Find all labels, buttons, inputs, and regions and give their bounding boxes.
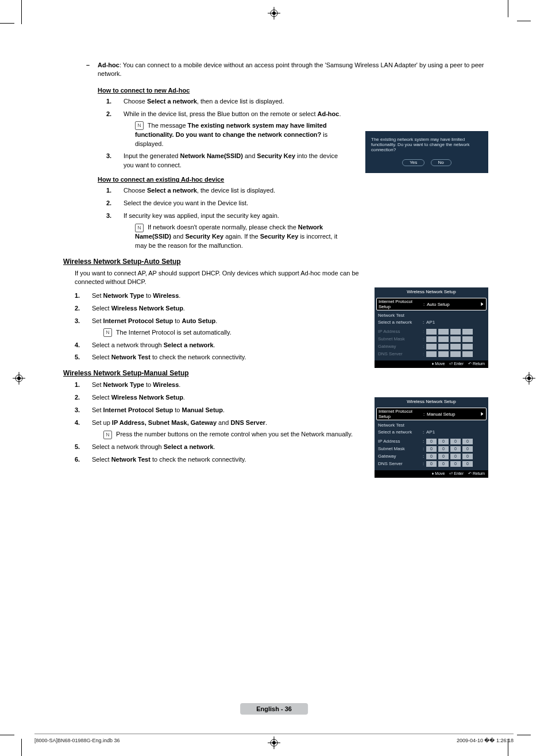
step: 2. While in the device list, press the B… bbox=[106, 110, 348, 149]
step: 1. Choose Select a network, then a devic… bbox=[106, 97, 348, 106]
ip-octet[interactable]: 0 bbox=[438, 461, 449, 467]
row-gateway[interactable]: Gateway:0000 bbox=[378, 452, 485, 460]
confirm-dialog: The existing network system may have lim… bbox=[365, 131, 488, 173]
panel-footer: ♦ Move ⏎ Enter ↶ Return bbox=[375, 470, 488, 478]
row-label: Select a network bbox=[378, 429, 423, 435]
step-text: Set bbox=[92, 292, 103, 299]
step-term: Wireless Network Setup bbox=[111, 394, 183, 401]
row-network-test[interactable]: Network Test bbox=[378, 312, 485, 318]
ip-octet[interactable]: 0 bbox=[438, 439, 449, 444]
step-term: Network Name(SSID) bbox=[180, 152, 242, 159]
intro-paragraph: – Ad-hoc: You can connect to a mobile de… bbox=[63, 61, 488, 79]
row-network-test[interactable]: Network Test bbox=[378, 421, 485, 428]
row-label: Subnet Mask bbox=[378, 336, 423, 341]
ip-octet[interactable]: 0 bbox=[450, 446, 461, 452]
row-value: AP1 bbox=[426, 320, 485, 325]
ip-octet[interactable]: 0 bbox=[426, 439, 437, 444]
ip-octet[interactable]: 0 bbox=[426, 454, 437, 459]
note-term: Security Key bbox=[260, 233, 299, 240]
ip-octet[interactable]: 0 bbox=[462, 461, 473, 467]
panel-title: Wireless Network Setup bbox=[375, 397, 488, 406]
dialog-no-button[interactable]: No bbox=[431, 159, 451, 166]
step-term: Internet Protocol Setup bbox=[103, 406, 173, 413]
step-term: Ad-hoc bbox=[318, 110, 339, 117]
step-text: Select the device you want in the Device… bbox=[124, 199, 248, 206]
section-title-new-adhoc: How to connect to new Ad-hoc bbox=[98, 87, 488, 94]
step-text: to bbox=[173, 317, 182, 324]
step: 1. Set Network Type to Wireless. bbox=[75, 381, 488, 390]
step-term: Select a network bbox=[164, 443, 214, 450]
auto-setup-intro: If you want to connect AP, AP should sup… bbox=[75, 269, 362, 287]
crop-mark bbox=[517, 21, 531, 21]
ip-octet[interactable]: 0 bbox=[450, 439, 461, 444]
page-number-pill: English - 36 bbox=[240, 703, 308, 715]
ip-octet[interactable]: 0 bbox=[462, 446, 473, 452]
footer-file-info: [8000-SA]BN68-01988G-Eng.indb 36 bbox=[34, 738, 120, 743]
row-ip-address[interactable]: IP Address:0000 bbox=[378, 438, 485, 445]
row-label: DNS Server bbox=[378, 351, 423, 356]
step-text: , the device list is displayed. bbox=[197, 187, 275, 194]
ip-octet[interactable]: 0 bbox=[426, 446, 437, 452]
row-value: Auto Setup bbox=[427, 302, 450, 307]
row-select-network[interactable]: Select a network:AP1 bbox=[378, 428, 485, 435]
step-text: to bbox=[144, 292, 153, 299]
ip-octet[interactable]: 0 bbox=[426, 461, 437, 467]
enter-hint: ⏎ Enter bbox=[449, 471, 464, 475]
registration-mark-icon bbox=[268, 736, 280, 749]
row-label: Gateway bbox=[378, 344, 423, 349]
row-label: DNS Server bbox=[378, 461, 423, 466]
note-icon: N bbox=[103, 431, 112, 439]
note-term: Security Key bbox=[185, 233, 223, 240]
ip-octet[interactable]: 0 bbox=[450, 461, 461, 467]
ip-octet[interactable]: 0 bbox=[450, 454, 461, 459]
crop-mark bbox=[508, 0, 508, 17]
step-text: Set bbox=[92, 406, 103, 413]
step-text: Select bbox=[92, 354, 111, 360]
step-term: Network Type bbox=[103, 292, 144, 299]
step-text: Select bbox=[92, 305, 111, 312]
step: 1. Choose Select a network, the device l… bbox=[106, 186, 348, 195]
return-hint: ↶ Return bbox=[468, 362, 485, 366]
row-value: Manual Setup bbox=[427, 412, 455, 417]
registration-mark-icon bbox=[523, 372, 535, 385]
step-term: Wireless bbox=[153, 292, 179, 299]
step-text: . bbox=[214, 341, 215, 348]
step-text: . bbox=[179, 292, 180, 299]
step-term: Select a network bbox=[147, 187, 197, 194]
move-hint: ♦ Move bbox=[432, 362, 445, 366]
row-internet-protocol-setup[interactable]: Internet Protocol Setup: Manual Setup bbox=[376, 408, 487, 420]
step-term: Internet Protocol Setup bbox=[103, 317, 173, 324]
return-hint: ↶ Return bbox=[468, 471, 485, 475]
ip-octet[interactable]: 0 bbox=[438, 446, 449, 452]
step: 3. Input the generated Network Name(SSID… bbox=[106, 152, 348, 170]
intro-term: Ad-hoc bbox=[98, 62, 119, 68]
row-subnet-mask[interactable]: Subnet Mask:0000 bbox=[378, 445, 485, 452]
step-term: Select a network bbox=[147, 98, 197, 105]
row-select-network[interactable]: Select a network:AP1 bbox=[378, 318, 485, 325]
step-text: . bbox=[265, 419, 267, 426]
row-subnet-mask: Subnet Mask: bbox=[378, 335, 485, 343]
note-icon: N bbox=[135, 224, 144, 232]
move-hint: ♦ Move bbox=[432, 471, 445, 475]
row-gateway: Gateway: bbox=[378, 343, 485, 350]
section-title-existing-adhoc: How to connect an existing Ad-hoc device bbox=[98, 176, 488, 183]
row-label: Network Test bbox=[378, 313, 423, 318]
step-text: Set bbox=[92, 317, 103, 324]
heading-manual-setup: Wireless Network Setup-Manual Setup bbox=[63, 369, 488, 377]
row-ip-address: IP Address: bbox=[378, 328, 485, 335]
row-dns-server[interactable]: DNS Server:0000 bbox=[378, 460, 485, 467]
step-text: . bbox=[223, 406, 225, 413]
step-term: Network Test bbox=[111, 354, 150, 360]
step-text: Set up bbox=[92, 419, 112, 426]
crop-mark bbox=[517, 735, 531, 735]
step-term: Auto Setup bbox=[182, 317, 216, 324]
ip-octet[interactable]: 0 bbox=[462, 439, 473, 444]
row-label: Internet Protocol Setup bbox=[379, 409, 423, 419]
row-label: IP Address bbox=[378, 439, 423, 444]
dialog-yes-button[interactable]: Yes bbox=[402, 159, 424, 166]
step-text: to bbox=[173, 406, 182, 413]
ip-octet[interactable]: 0 bbox=[462, 454, 473, 459]
step-text: . bbox=[179, 381, 180, 388]
row-internet-protocol-setup[interactable]: Internet Protocol Setup: Auto Setup bbox=[376, 298, 487, 310]
ip-octet[interactable]: 0 bbox=[438, 454, 449, 459]
